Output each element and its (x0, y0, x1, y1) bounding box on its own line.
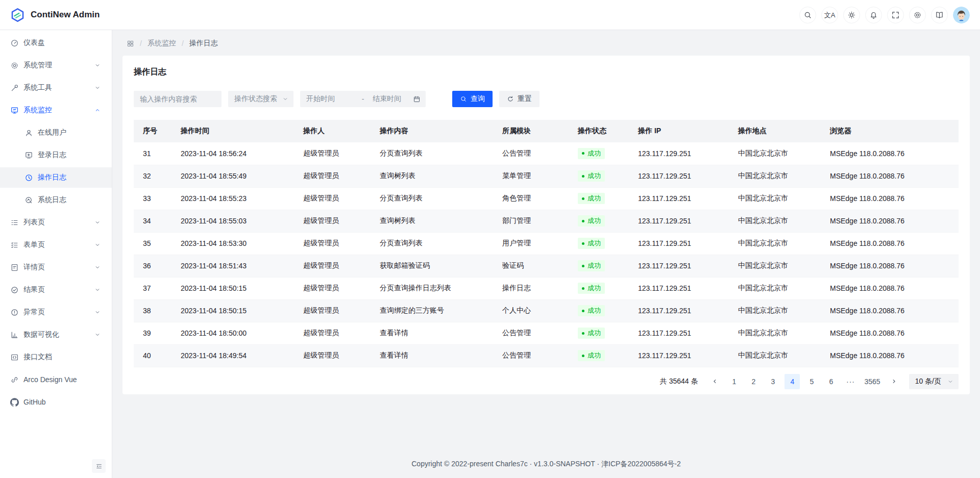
chevron-down-icon (94, 332, 101, 338)
sidebar-item-data-visualization[interactable]: 数据可视化 (0, 324, 112, 345)
sidebar-item-online-users[interactable]: 在线用户 (0, 122, 112, 143)
cell-time: 2023-11-04 18:56:24 (175, 142, 297, 165)
sidebar-item-arco-design-vue[interactable]: Arco Design Vue (0, 369, 112, 390)
search-button[interactable]: 查询 (452, 91, 493, 107)
sidebar-item-github[interactable]: GitHub (0, 392, 112, 412)
page-number-4[interactable]: 4 (785, 374, 800, 389)
chevron-down-icon (94, 62, 101, 68)
cell-content: 查看详情 (374, 322, 496, 344)
page-number-6[interactable]: 6 (823, 374, 839, 389)
cell-module: 公告管理 (496, 142, 572, 165)
cell-location: 中国北京北京市 (732, 299, 824, 322)
cell-no: 33 (134, 187, 175, 210)
sidebar-item-label: 系统工具 (23, 83, 52, 92)
next-page-button[interactable] (887, 374, 902, 389)
sidebar-item-system-management[interactable]: 系统管理 (0, 55, 112, 76)
status-text: 成功 (587, 329, 601, 337)
sidebar-item-login-log[interactable]: 登录日志 (0, 145, 112, 165)
notifications-button[interactable] (865, 7, 882, 23)
status-text: 成功 (587, 262, 601, 270)
prev-page-button[interactable] (707, 374, 722, 389)
cell-content: 分页查询列表 (374, 142, 496, 165)
sidebar-item-system-log[interactable]: 系统日志 (0, 190, 112, 210)
sidebar-item-system-monitor[interactable]: 系统监控 (0, 100, 112, 120)
sidebar-item-dashboard[interactable]: 仪表盘 (0, 33, 112, 53)
docs-button[interactable] (931, 7, 948, 23)
status-badge: 成功 (578, 305, 605, 316)
sidebar-menu: 仪表盘系统管理系统工具系统监控在线用户登录日志操作日志系统日志列表页表单页详情页… (0, 33, 112, 455)
status-dot-icon (582, 355, 584, 357)
settings-button[interactable] (909, 7, 926, 23)
cell-user: 超级管理员 (297, 277, 374, 299)
status-badge: 成功 (578, 238, 605, 249)
cell-module: 个人中心 (496, 299, 572, 322)
table-row: 312023-11-04 18:56:24超级管理员分页查询列表公告管理成功12… (134, 142, 959, 165)
theme-button[interactable] (843, 7, 860, 23)
search-button[interactable] (799, 7, 816, 23)
error-icon (10, 308, 19, 317)
user-icon (24, 129, 33, 137)
cell-status: 成功 (572, 165, 632, 187)
page-title: 操作日志 (134, 67, 962, 78)
table-row: 342023-11-04 18:55:03超级管理员查询树列表部门管理成功123… (134, 210, 959, 232)
reset-button[interactable]: 重置 (499, 91, 540, 107)
sidebar-item-list-page[interactable]: 列表页 (0, 212, 112, 233)
cell-user: 超级管理员 (297, 255, 374, 277)
sun-icon (847, 11, 856, 19)
cell-user: 超级管理员 (297, 322, 374, 344)
sidebar-item-api-docs[interactable]: 接口文档 (0, 347, 112, 367)
cell-browser: MSEdge 118.0.2088.76 (824, 165, 959, 187)
page-list: 123456···3565 (726, 374, 882, 389)
cell-location: 中国北京北京市 (732, 210, 824, 232)
sidebar-item-form-page[interactable]: 表单页 (0, 235, 112, 255)
cell-time: 2023-11-04 18:55:49 (175, 165, 297, 187)
translate-button[interactable]: 文A (821, 7, 838, 23)
chevron-down-icon (94, 85, 101, 91)
breadcrumb-item-parent[interactable]: 系统监控 (148, 39, 176, 48)
status-badge: 成功 (578, 283, 605, 294)
app-logo[interactable]: ContiNew Admin (10, 8, 100, 22)
status-select-placeholder: 操作状态搜索 (234, 94, 277, 104)
cell-no: 39 (134, 322, 175, 344)
sidebar-item-system-tools[interactable]: 系统工具 (0, 78, 112, 98)
date-range-picker[interactable]: 开始时间 - 结束时间 (300, 91, 426, 107)
page-number-3[interactable]: 3 (765, 374, 780, 389)
sidebar-item-label: 系统管理 (23, 61, 52, 70)
sidebar-item-detail-page[interactable]: 详情页 (0, 257, 112, 278)
sidebar-collapse-button[interactable] (92, 459, 106, 473)
status-select[interactable]: 操作状态搜索 (228, 91, 293, 107)
page-number-1[interactable]: 1 (726, 374, 742, 389)
page-number-5[interactable]: 5 (804, 374, 819, 389)
status-text: 成功 (587, 217, 601, 225)
column-header: 所属模块 (496, 120, 572, 142)
syslog-icon (24, 196, 33, 205)
link-icon (10, 375, 19, 384)
chevron-up-icon (94, 107, 101, 113)
cell-time: 2023-11-04 18:53:30 (175, 232, 297, 255)
sidebar-item-result-page[interactable]: 结果页 (0, 280, 112, 300)
calendar-icon (413, 95, 421, 103)
page-size-select[interactable]: 10 条/页 (909, 374, 959, 389)
history-icon (24, 173, 33, 182)
cell-browser: MSEdge 118.0.2088.76 (824, 232, 959, 255)
cell-time: 2023-11-04 18:50:00 (175, 322, 297, 344)
page-number-2[interactable]: 2 (746, 374, 761, 389)
content-search-input[interactable] (134, 91, 222, 107)
sidebar-item-label: 在线用户 (38, 128, 66, 137)
table-header: 序号操作时间操作人操作内容所属模块操作状态操作 IP操作地点浏览器 (134, 120, 959, 142)
table-row: 372023-11-04 18:50:15超级管理员分页查询操作日志列表操作日志… (134, 277, 959, 299)
chevron-right-icon (891, 378, 897, 385)
sidebar-item-operation-log[interactable]: 操作日志 (0, 167, 112, 188)
chevron-down-icon (94, 219, 101, 225)
dashboard-icon (10, 39, 19, 47)
cell-no: 31 (134, 142, 175, 165)
cell-no: 37 (134, 277, 175, 299)
cell-content: 查询树列表 (374, 210, 496, 232)
sidebar-item-exception-page[interactable]: 异常页 (0, 302, 112, 322)
user-avatar[interactable] (953, 7, 970, 23)
cell-content: 获取邮箱验证码 (374, 255, 496, 277)
page-number-3565[interactable]: 3565 (862, 374, 882, 389)
fullscreen-button[interactable] (887, 7, 904, 23)
grid-icon[interactable] (127, 40, 134, 47)
status-badge: 成功 (578, 170, 605, 182)
